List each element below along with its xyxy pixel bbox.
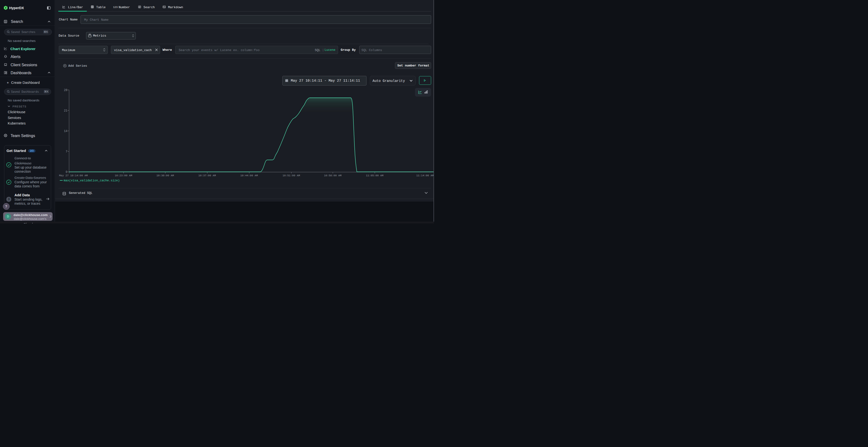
svg-text:10:44:00 AM: 10:44:00 AM [240,174,258,177]
svg-text:10:51:00 AM: 10:51:00 AM [283,174,300,177]
svg-text:0: 0 [66,171,67,174]
svg-text:10:23:00 AM: 10:23:00 AM [115,174,132,177]
svg-text:11:14:00 AM: 11:14:00 AM [416,174,434,177]
svg-text:max(visa_validation_cache.size: max(visa_validation_cache.size) [64,179,120,182]
svg-text:7: 7 [66,150,67,153]
svg-text:10:37:00 AM: 10:37:00 AM [198,174,216,177]
svg-text:21: 21 [64,109,67,112]
svg-text:May 27 10:14:00 AM: May 27 10:14:00 AM [59,174,88,177]
svg-text:14: 14 [64,130,67,133]
svg-text:10:30:00 AM: 10:30:00 AM [156,174,174,177]
svg-text:11:05:00 AM: 11:05:00 AM [366,174,383,177]
svg-text:10:58:00 AM: 10:58:00 AM [324,174,342,177]
svg-text:28: 28 [64,89,67,92]
